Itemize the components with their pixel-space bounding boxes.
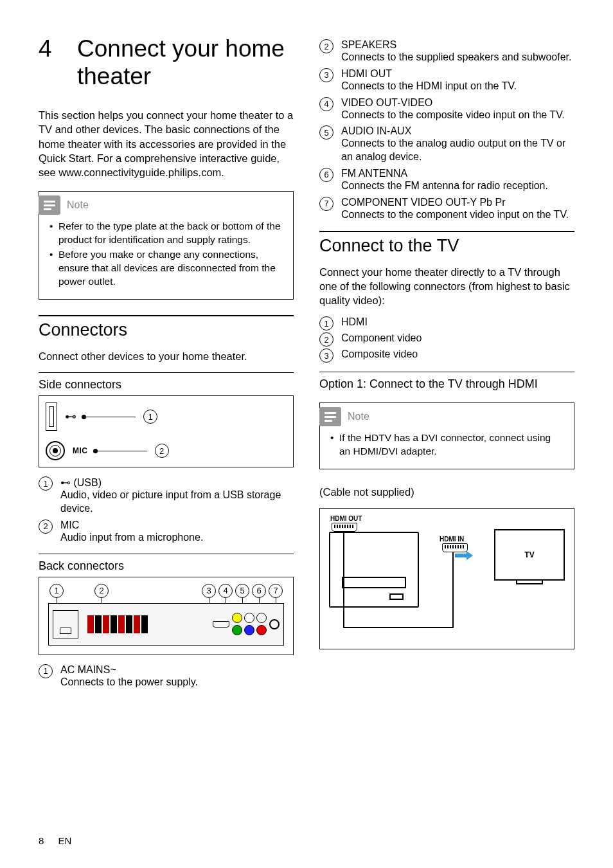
connect-tv-heading: Connect to the TV xyxy=(319,236,574,256)
leader-line xyxy=(96,451,147,451)
item-label: COMPONENT VIDEO OUT-Y Pb Pr xyxy=(341,197,574,208)
item-label: HDMI xyxy=(341,316,574,328)
callout-number: 6 xyxy=(252,584,266,598)
usb-slot-icon xyxy=(46,402,57,431)
arrow-icon xyxy=(466,551,473,560)
side-connectors-figure: ⊷ 1 MIC 2 xyxy=(39,395,294,467)
leader-line xyxy=(84,417,136,417)
option1-heading: Option 1: Connect to the TV through HDMI xyxy=(319,377,574,391)
callout-number: 5 xyxy=(319,125,333,140)
hdmi-out-label: HDMI OUT xyxy=(330,515,362,522)
callout-number: 4 xyxy=(319,97,333,111)
callout-number: 7 xyxy=(269,584,283,598)
usb-icon: ⊷ xyxy=(65,410,76,424)
list-item: 3 Composite video xyxy=(319,348,574,363)
item-label: HDMI OUT xyxy=(341,68,574,80)
callout-number: 2 xyxy=(319,39,333,53)
page-footer: 8 EN xyxy=(39,835,71,846)
list-item: 2 SPEAKERS Connects to the supplied spea… xyxy=(319,39,574,64)
callout-number: 1 xyxy=(39,664,53,678)
speaker-terminals-icon xyxy=(87,615,148,633)
item-label: ⊷ (USB) xyxy=(60,476,294,489)
page-number: 8 xyxy=(39,835,44,846)
callout-number: 2 xyxy=(94,584,109,598)
chapter-number: 4 xyxy=(39,35,77,90)
connectors-heading: Connectors xyxy=(39,320,294,340)
chapter-title: Connect your home theater xyxy=(77,35,294,90)
callout-number: 3 xyxy=(319,348,333,363)
tv-icon: TV xyxy=(494,529,565,581)
item-description: Connects to the power supply. xyxy=(60,676,294,689)
language-code: EN xyxy=(58,835,72,846)
item-description: Connects the FM antenna for radio recept… xyxy=(341,179,574,193)
callout-number: 2 xyxy=(39,520,53,534)
callout-number: 7 xyxy=(319,197,333,211)
cable-not-supplied: (Cable not supplied) xyxy=(319,485,574,499)
callout-number: 2 xyxy=(319,332,333,347)
mic-jack-icon xyxy=(46,441,65,460)
list-item: 1 ⊷ (USB) Audio, video or picture input … xyxy=(39,476,294,516)
rear-ports-icon xyxy=(213,613,280,635)
item-label: AUDIO IN-AUX xyxy=(341,125,574,137)
item-description: Connects to the component video input on… xyxy=(341,208,574,222)
list-item: 2 Component video xyxy=(319,332,574,347)
callout-number: 2 xyxy=(155,444,169,458)
hdmi-plug-icon xyxy=(332,523,357,532)
callout-number: 1 xyxy=(143,410,157,424)
connect-tv-intro: Connect your home theater directly to a … xyxy=(319,265,574,308)
item-label: MIC xyxy=(60,520,294,531)
ac-mains-icon xyxy=(53,610,78,638)
item-description: Connects to the composite video input on… xyxy=(341,109,574,122)
note-label: Note xyxy=(348,411,369,422)
callout-number: 1 xyxy=(39,476,53,491)
note-box: Note Refer to the type plate at the back… xyxy=(39,191,294,300)
list-item: 3 HDMI OUT Connects to the HDMI input on… xyxy=(319,68,574,93)
list-item: 1 AC MAINS~ Connects to the power supply… xyxy=(39,664,294,689)
item-description: Audio, video or picture input from a USB… xyxy=(60,489,294,516)
item-description: Connects to the supplied speakers and su… xyxy=(341,51,574,64)
item-label: SPEAKERS xyxy=(341,39,574,51)
callout-number: 1 xyxy=(49,584,64,598)
note-item: Refer to the type plate at the back or b… xyxy=(49,220,283,247)
list-item: 7 COMPONENT VIDEO OUT-Y Pb Pr Connects t… xyxy=(319,197,574,222)
callout-number: 6 xyxy=(319,168,333,182)
note-item: If the HDTV has a DVI connector, connect… xyxy=(330,431,564,458)
note-box: Note If the HDTV has a DVI connector, co… xyxy=(319,402,574,469)
item-description: Connects to the HDMI input on the TV. xyxy=(341,80,574,93)
item-description: Audio input from a microphone. xyxy=(60,531,294,545)
list-item: 2 MIC Audio input from a microphone. xyxy=(39,520,294,545)
home-theater-icon xyxy=(329,532,419,608)
list-item: 4 VIDEO OUT-VIDEO Connects to the compos… xyxy=(319,97,574,122)
list-item: 5 AUDIO IN-AUX Connects to the analog au… xyxy=(319,125,574,164)
item-label: Composite video xyxy=(341,348,574,360)
list-item: 6 FM ANTENNA Connects the FM antenna for… xyxy=(319,168,574,193)
back-connectors-heading: Back connectors xyxy=(39,559,294,573)
intro-paragraph: This section helps you connect your home… xyxy=(39,108,294,179)
item-description: Connects to the analog audio output on t… xyxy=(341,137,574,164)
hdmi-plug-icon xyxy=(442,543,468,552)
chapter-heading: 4 Connect your home theater xyxy=(39,35,294,90)
item-label: AC MAINS~ xyxy=(60,664,294,676)
hdmi-in-label: HDMI IN xyxy=(440,536,464,543)
connectors-intro: Connect other devices to your home theat… xyxy=(39,349,294,363)
callout-number: 4 xyxy=(218,584,233,598)
callout-number: 1 xyxy=(319,316,333,330)
item-label: FM ANTENNA xyxy=(341,168,574,179)
back-connectors-figure: 1 2 3 4 5 6 7 xyxy=(39,577,294,655)
callout-number: 5 xyxy=(235,584,249,598)
callout-number: 3 xyxy=(202,584,216,598)
mic-label: MIC xyxy=(73,446,88,455)
note-label: Note xyxy=(67,199,89,211)
list-item: 1 HDMI xyxy=(319,316,574,330)
side-connectors-heading: Side connectors xyxy=(39,378,294,392)
note-icon xyxy=(39,195,60,215)
item-label: Component video xyxy=(341,332,574,344)
item-label: VIDEO OUT-VIDEO xyxy=(341,97,574,109)
note-icon xyxy=(319,407,341,426)
note-item: Before you make or change any connection… xyxy=(49,248,283,289)
callout-number: 3 xyxy=(319,68,333,82)
hdmi-connection-diagram: HDMI OUT HDMI IN TV xyxy=(319,508,574,649)
